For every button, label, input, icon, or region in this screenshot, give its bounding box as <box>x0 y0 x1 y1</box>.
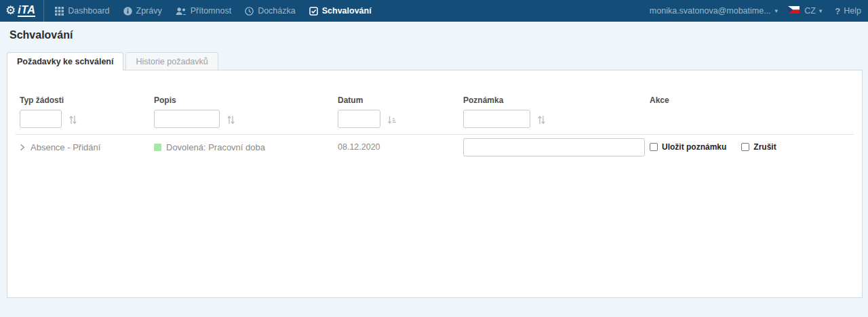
save-note-checkbox-group[interactable]: Uložit poznámku <box>650 142 726 152</box>
nav-item-zpravy[interactable]: Zprávy <box>123 6 162 16</box>
filter-input-typ[interactable] <box>20 110 62 128</box>
row-actions-cell: Uložit poznámku Zrušit <box>650 142 851 152</box>
filter-input-poznamka[interactable] <box>463 110 530 128</box>
column-datum: Datum <box>338 96 463 128</box>
row-popis-cell: Dovolená: Pracovní doba <box>154 142 338 152</box>
requests-panel: Typ žádosti Popis Datum Poznámka <box>7 70 863 298</box>
tab-bar: Požadavky ke schválení Historie požadavk… <box>7 52 868 70</box>
filter-input-popis[interactable] <box>154 110 220 128</box>
column-label: Typ žádosti <box>20 96 154 105</box>
row-typ-cell: Absence - Přidání <box>20 142 154 152</box>
sort-amount-icon[interactable] <box>387 115 397 128</box>
column-popis: Popis <box>154 96 338 128</box>
table-header: Typ žádosti Popis Datum Poznámka <box>7 96 862 128</box>
nav-item-label: Docházka <box>258 6 296 16</box>
save-note-checkbox[interactable] <box>650 143 658 151</box>
nav-item-label: Schvalování <box>322 6 372 16</box>
request-date: 08.12.2020 <box>338 142 380 152</box>
note-input[interactable] <box>463 138 645 156</box>
sort-arrows-icon[interactable] <box>226 115 235 128</box>
top-navbar: ⚙ iTA Dashboard Zprávy Přítomnost Docház… <box>0 0 868 22</box>
column-label: Akce <box>650 96 851 105</box>
nav-item-dashboard[interactable]: Dashboard <box>55 6 109 16</box>
nav-item-label: Přítomnost <box>191 6 231 16</box>
nav-item-pritomnost[interactable]: Přítomnost <box>176 6 231 16</box>
grid-icon <box>55 7 64 16</box>
column-typ-zadosti: Typ žádosti <box>20 96 154 128</box>
logo-text: iTA <box>18 5 35 18</box>
sort-arrows-icon[interactable] <box>68 115 77 128</box>
column-label: Popis <box>154 96 338 105</box>
nav-item-label: Dashboard <box>68 6 109 16</box>
check-square-icon <box>309 7 318 16</box>
column-label: Poznámka <box>463 96 650 105</box>
user-menu[interactable]: monika.svatonova@mobatime... ▾ <box>650 6 778 16</box>
chevron-right-icon[interactable] <box>20 144 25 151</box>
users-icon <box>176 7 186 16</box>
nav-item-label: Zprávy <box>136 6 162 16</box>
clock-icon <box>245 7 254 16</box>
help-link[interactable]: ? Help <box>827 6 861 16</box>
info-icon <box>123 7 132 16</box>
tab-pozadavky-ke-schvaleni[interactable]: Požadavky ke schválení <box>7 52 123 70</box>
question-mark-icon: ? <box>835 6 840 16</box>
chevron-down-icon: ▾ <box>819 7 823 14</box>
main-nav: Dashboard Zprávy Přítomnost Docházka Sch… <box>43 0 371 22</box>
app-logo[interactable]: ⚙ iTA <box>5 5 43 18</box>
help-label: Help <box>844 6 861 16</box>
language-selector[interactable]: CZ ▾ <box>783 6 822 16</box>
request-type: Absence - Přidání <box>31 142 100 152</box>
czech-flag-icon <box>788 6 800 16</box>
column-poznamka: Poznámka <box>463 96 650 128</box>
table-row: Absence - Přidání Dovolená: Pracovní dob… <box>7 135 862 159</box>
column-label: Datum <box>338 96 463 105</box>
chevron-down-icon: ▾ <box>775 7 778 14</box>
row-datum-cell: 08.12.2020 <box>338 142 463 152</box>
nav-item-dochazka[interactable]: Docházka <box>245 6 296 16</box>
status-square-icon <box>154 144 161 151</box>
navbar-right: monika.svatonova@mobatime... ▾ CZ ▾ ? He… <box>650 6 861 16</box>
gear-logo-icon: ⚙ <box>5 5 16 16</box>
cancel-label: Zrušit <box>753 142 776 152</box>
cancel-checkbox-group[interactable]: Zrušit <box>741 142 776 152</box>
nav-item-schvalovani[interactable]: Schvalování <box>309 6 372 16</box>
user-email: monika.svatonova@mobatime... <box>650 6 771 16</box>
column-akce: Akce <box>650 96 851 128</box>
cancel-checkbox[interactable] <box>741 143 749 151</box>
page-title: Schvalování <box>9 29 868 41</box>
tab-historie-pozadavku[interactable]: Historie požadavků <box>125 52 218 70</box>
row-poznamka-cell <box>463 138 650 156</box>
language-code: CZ <box>804 6 816 16</box>
save-note-label: Uložit poznámku <box>662 142 726 152</box>
request-description: Dovolená: Pracovní doba <box>166 142 265 152</box>
sort-arrows-icon[interactable] <box>537 115 546 128</box>
filter-input-datum[interactable] <box>338 110 380 128</box>
